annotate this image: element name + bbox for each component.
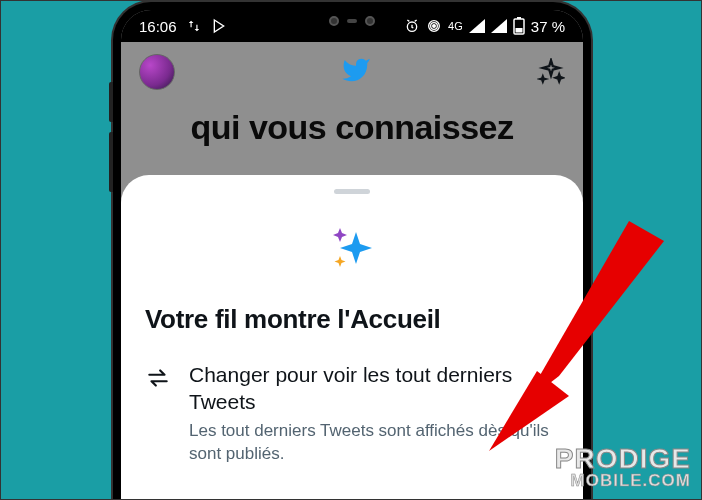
play-store-icon — [211, 18, 227, 34]
hotspot-icon — [426, 18, 442, 34]
feed-heading: qui vous connaissez — [121, 102, 583, 167]
battery-icon — [513, 17, 525, 35]
phone-notch — [329, 16, 375, 26]
watermark-line2: MOBILE.COM — [555, 473, 691, 489]
twitter-logo-icon — [341, 55, 371, 89]
sparkle-icon[interactable] — [537, 58, 565, 86]
svg-rect-5 — [517, 17, 521, 19]
option-title: Changer pour voir les tout derniers Twee… — [189, 361, 559, 416]
watermark-line1: PRODIGE — [555, 446, 691, 473]
sheet-title: Votre fil montre l'Accueil — [145, 304, 559, 335]
battery-text: 37 % — [531, 18, 565, 35]
signal-icon — [491, 19, 507, 33]
status-time: 16:06 — [139, 18, 177, 35]
phone-side-button — [109, 82, 113, 122]
switch-timeline-option[interactable]: Changer pour voir les tout derniers Twee… — [145, 361, 559, 465]
sparkle-icon — [145, 224, 559, 276]
swap-arrows-icon — [145, 365, 171, 395]
bottom-sheet: Votre fil montre l'Accueil Changer pour … — [121, 175, 583, 500]
phone-frame: 16:06 4G — [113, 2, 591, 500]
phone-screen: 16:06 4G — [121, 10, 583, 500]
watermark: PRODIGE MOBILE.COM — [555, 446, 691, 489]
avatar[interactable] — [139, 54, 175, 90]
option-subtitle: Les tout derniers Tweets sont affichés d… — [189, 420, 559, 466]
app-header — [121, 42, 583, 102]
svg-point-1 — [433, 25, 436, 28]
transfer-icon — [187, 19, 201, 33]
network-label: 4G — [448, 21, 463, 32]
phone-side-button — [109, 132, 113, 192]
svg-rect-6 — [515, 28, 522, 33]
drag-handle[interactable] — [334, 189, 370, 194]
status-bar: 16:06 4G — [121, 10, 583, 42]
signal-icon — [469, 19, 485, 33]
alarm-icon — [404, 18, 420, 34]
